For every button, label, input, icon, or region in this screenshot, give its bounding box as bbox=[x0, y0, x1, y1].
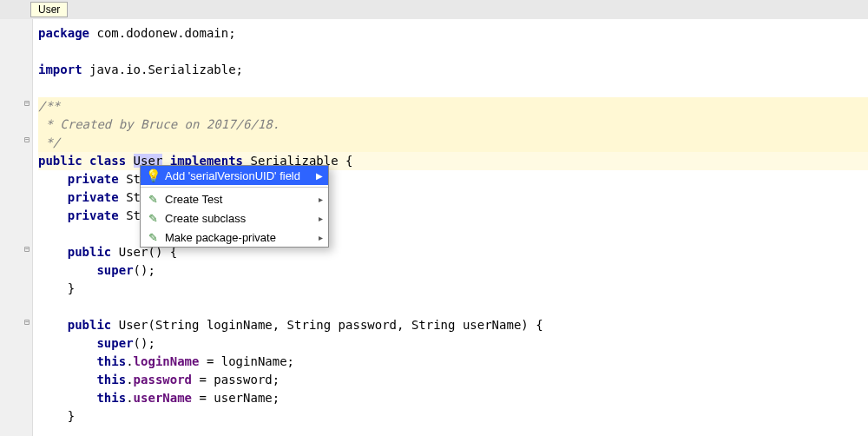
intention-label: Create Test bbox=[165, 193, 222, 206]
pencil-icon: ✎ bbox=[146, 230, 160, 244]
intention-actions-popup: 💡 Add 'serialVersionUID' field ▶ ✎ Creat… bbox=[140, 165, 329, 248]
intention-add-serialversionuid[interactable]: 💡 Add 'serialVersionUID' field ▶ bbox=[141, 166, 328, 185]
code-editor[interactable]: ⊟ ⊟ ⊟ ⊟ package com.dodonew.domain; impo… bbox=[0, 19, 868, 436]
code-line: this.userName = userName; bbox=[38, 389, 868, 407]
code-line: /** bbox=[38, 97, 868, 116]
chevron-right-icon: ▶ bbox=[316, 171, 323, 181]
editor-gutter: ⊟ ⊟ ⊟ ⊟ bbox=[0, 19, 33, 436]
fold-icon[interactable]: ⊟ bbox=[23, 317, 31, 327]
code-line: } bbox=[38, 407, 868, 426]
code-line: */ bbox=[38, 134, 868, 152]
code-line: super(); bbox=[38, 334, 868, 353]
intention-make-package-private[interactable]: ✎ Make package-private ▸ bbox=[141, 228, 328, 247]
bulb-icon: 💡 bbox=[146, 168, 160, 182]
code-line bbox=[38, 43, 868, 61]
code-line: package com.dodonew.domain; bbox=[38, 24, 868, 43]
code-line: * Created by Bruce on 2017/6/18. bbox=[38, 116, 868, 134]
code-area[interactable]: package com.dodonew.domain; import java.… bbox=[33, 19, 868, 436]
intention-label: Add 'serialVersionUID' field bbox=[165, 169, 300, 182]
code-line bbox=[38, 79, 868, 97]
code-line: import java.io.Serializable; bbox=[38, 61, 868, 79]
fold-icon[interactable]: ⊟ bbox=[23, 135, 31, 144]
pencil-icon: ✎ bbox=[146, 211, 160, 225]
intention-label: Make package-private bbox=[165, 231, 276, 244]
code-line: this.loginName = loginName; bbox=[38, 353, 868, 371]
fold-icon[interactable]: ⊟ bbox=[23, 244, 31, 254]
intention-create-test[interactable]: ✎ Create Test ▸ bbox=[141, 189, 328, 208]
pencil-icon: ✎ bbox=[146, 192, 160, 206]
code-line: } bbox=[38, 280, 868, 298]
breadcrumb[interactable]: User bbox=[30, 2, 68, 17]
chevron-right-icon: ▸ bbox=[319, 233, 323, 242]
intention-label: Create subclass bbox=[165, 212, 246, 225]
code-line bbox=[38, 298, 868, 316]
code-line: public User(String loginName, String pas… bbox=[38, 316, 868, 334]
chevron-right-icon: ▸ bbox=[319, 214, 323, 223]
code-line: super(); bbox=[38, 261, 868, 280]
menu-separator bbox=[141, 187, 328, 188]
intention-create-subclass[interactable]: ✎ Create subclass ▸ bbox=[141, 208, 328, 228]
breadcrumb-label: User bbox=[38, 3, 60, 16]
fold-icon[interactable]: ⊟ bbox=[23, 98, 31, 108]
chevron-right-icon: ▸ bbox=[319, 195, 323, 204]
code-line: this.password = password; bbox=[38, 371, 868, 389]
